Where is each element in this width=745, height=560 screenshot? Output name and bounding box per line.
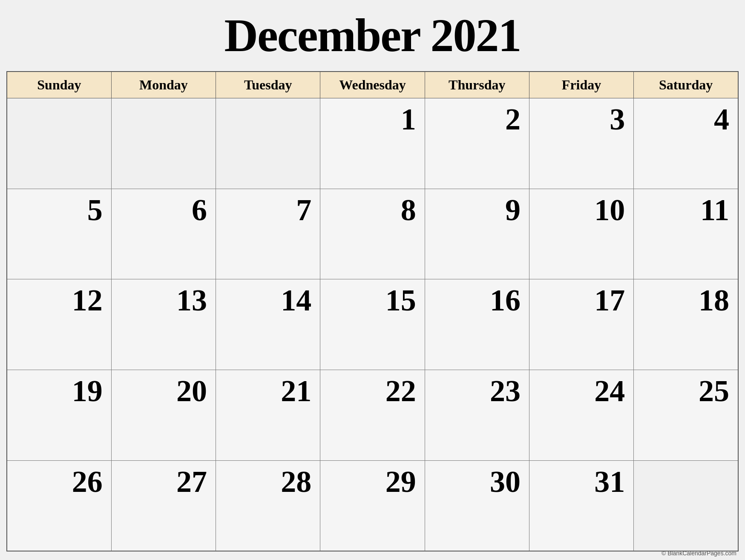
day-cell-30: 30 — [425, 460, 529, 551]
empty-cell-0-2 — [216, 98, 320, 189]
day-number-15: 15 — [322, 284, 416, 317]
day-cell-8: 8 — [320, 189, 425, 279]
empty-cell-0-0 — [7, 98, 111, 189]
week-row-3: 12131415161718 — [7, 279, 738, 370]
day-number-7: 7 — [218, 193, 311, 227]
day-cell-1: 1 — [320, 98, 425, 189]
day-number-21: 21 — [218, 374, 311, 408]
week-row-2: 567891011 — [7, 189, 738, 279]
calendar-table: SundayMondayTuesdayWednesdayThursdayFrid… — [6, 71, 739, 551]
day-cell-26: 26 — [7, 460, 111, 551]
day-number-27: 27 — [114, 465, 207, 499]
day-number-29: 29 — [322, 465, 416, 499]
week-row-5: 262728293031 — [7, 460, 738, 551]
day-cell-9: 9 — [425, 189, 529, 279]
day-cell-18: 18 — [634, 279, 738, 370]
day-cell-10: 10 — [529, 189, 633, 279]
day-cell-4: 4 — [634, 98, 738, 189]
day-cell-11: 11 — [634, 189, 738, 279]
day-cell-3: 3 — [529, 98, 633, 189]
day-number-25: 25 — [636, 374, 729, 408]
week-row-4: 19202122232425 — [7, 370, 738, 461]
day-number-10: 10 — [532, 193, 625, 227]
day-cell-23: 23 — [425, 370, 529, 461]
day-number-1: 1 — [322, 103, 416, 136]
day-number-5: 5 — [9, 193, 103, 227]
day-number-31: 31 — [532, 465, 625, 499]
day-cell-16: 16 — [425, 279, 529, 370]
day-cell-2: 2 — [425, 98, 529, 189]
day-cell-31: 31 — [529, 460, 633, 551]
day-number-4: 4 — [636, 103, 729, 136]
day-cell-17: 17 — [529, 279, 633, 370]
day-number-2: 2 — [427, 103, 521, 136]
day-number-18: 18 — [636, 284, 729, 317]
day-cell-14: 14 — [216, 279, 320, 370]
day-cell-21: 21 — [216, 370, 320, 461]
day-cell-28: 28 — [216, 460, 320, 551]
day-cell-12: 12 — [7, 279, 111, 370]
day-number-13: 13 — [114, 284, 207, 317]
day-number-19: 19 — [9, 374, 103, 408]
day-cell-25: 25 — [634, 370, 738, 461]
day-cell-6: 6 — [111, 189, 216, 279]
day-number-14: 14 — [218, 284, 311, 317]
day-cell-29: 29 — [320, 460, 425, 551]
day-number-30: 30 — [427, 465, 521, 499]
day-number-6: 6 — [114, 193, 207, 227]
day-cell-15: 15 — [320, 279, 425, 370]
weekday-header-monday: Monday — [111, 72, 216, 98]
day-cell-22: 22 — [320, 370, 425, 461]
day-number-28: 28 — [218, 465, 311, 499]
day-cell-19: 19 — [7, 370, 111, 461]
day-number-23: 23 — [427, 374, 521, 408]
day-number-12: 12 — [9, 284, 103, 317]
day-number-20: 20 — [114, 374, 207, 408]
day-cell-5: 5 — [7, 189, 111, 279]
day-number-26: 26 — [9, 465, 103, 499]
day-number-9: 9 — [427, 193, 521, 227]
day-cell-27: 27 — [111, 460, 216, 551]
empty-cell-0-1 — [111, 98, 216, 189]
day-number-16: 16 — [427, 284, 521, 317]
weekday-header-saturday: Saturday — [634, 72, 738, 98]
watermark: © BlankCalendarPages.com — [662, 550, 736, 557]
weekday-header-row: SundayMondayTuesdayWednesdayThursdayFrid… — [7, 72, 738, 98]
day-cell-13: 13 — [111, 279, 216, 370]
day-number-22: 22 — [322, 374, 416, 408]
day-number-11: 11 — [636, 193, 729, 227]
week-row-1: 1234 — [7, 98, 738, 189]
day-number-17: 17 — [532, 284, 625, 317]
day-cell-20: 20 — [111, 370, 216, 461]
calendar-title: December 2021 — [6, 4, 739, 71]
empty-cell-4-6 — [634, 460, 738, 551]
weekday-header-thursday: Thursday — [425, 72, 529, 98]
weekday-header-tuesday: Tuesday — [216, 72, 320, 98]
weekday-header-friday: Friday — [529, 72, 633, 98]
weekday-header-sunday: Sunday — [7, 72, 111, 98]
weekday-header-wednesday: Wednesday — [320, 72, 425, 98]
day-number-8: 8 — [322, 193, 416, 227]
day-cell-7: 7 — [216, 189, 320, 279]
day-cell-24: 24 — [529, 370, 633, 461]
calendar-container: December 2021 SundayMondayTuesdayWednesd… — [0, 0, 745, 560]
day-number-3: 3 — [532, 103, 625, 136]
day-number-24: 24 — [532, 374, 625, 408]
